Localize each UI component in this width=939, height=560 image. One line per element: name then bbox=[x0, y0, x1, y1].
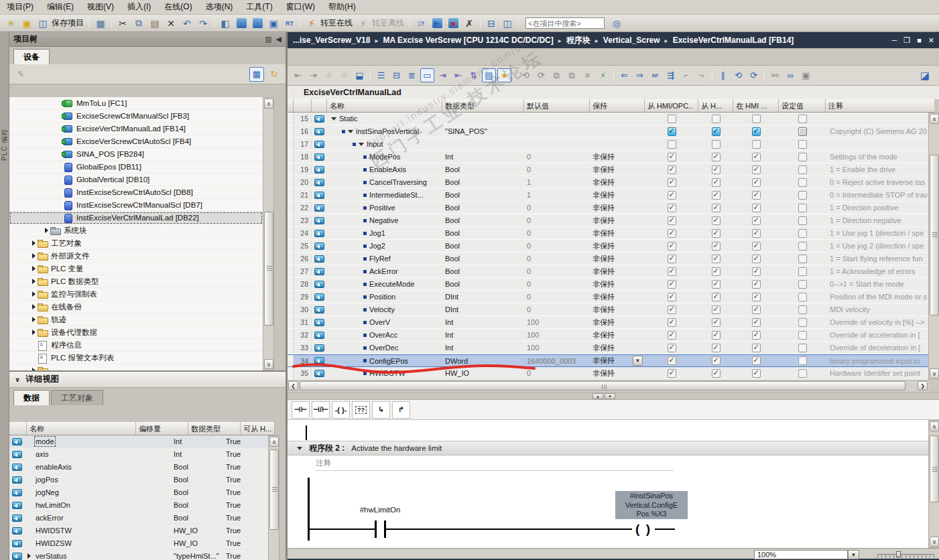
in-hmi-checkbox[interactable] bbox=[752, 331, 761, 340]
menu-item[interactable]: 视图(V) bbox=[80, 0, 121, 14]
scroll-up-icon[interactable]: ∧ bbox=[264, 98, 273, 109]
expand-triangle-icon[interactable] bbox=[348, 130, 353, 133]
table-row[interactable]: 30 Velocity DInt 0 非保持▼ MDI velocity bbox=[288, 303, 928, 316]
setpoint-checkbox[interactable] bbox=[798, 178, 807, 187]
table-row[interactable]: 35 HWIDSTW HW_IO 0 非保持▼ Hardware Identif… bbox=[288, 367, 928, 380]
start-simulation-icon[interactable]: ▶ bbox=[430, 17, 444, 30]
col-name[interactable]: 名称 bbox=[327, 99, 442, 113]
expand-triangle-icon[interactable] bbox=[331, 117, 336, 121]
detail-row[interactable]: verStatus "typeHmiSt..." True bbox=[9, 550, 268, 560]
empty-box-icon[interactable]: ?? bbox=[352, 401, 370, 419]
network-comment[interactable]: 注释 bbox=[316, 458, 674, 471]
col-hmi-opc[interactable]: 从 HMI/OPC.. bbox=[645, 99, 698, 113]
expand-arrow-icon[interactable] bbox=[25, 553, 33, 559]
go-offline-icon[interactable]: ⚡ bbox=[356, 17, 371, 30]
scroll-up-icon[interactable]: ∧ bbox=[930, 114, 939, 124]
tree-item[interactable]: ExciseVerScrewCtrlAutoScl [FB4] bbox=[9, 135, 263, 148]
expand-arrow-icon[interactable] bbox=[42, 228, 50, 233]
menu-item[interactable]: 在线(O) bbox=[158, 0, 198, 14]
in-hmi-checkbox[interactable] bbox=[752, 191, 761, 200]
hmi-opc-checkbox[interactable] bbox=[668, 267, 676, 276]
restore-icon[interactable]: ❒ bbox=[903, 36, 910, 45]
setpoint-checkbox[interactable] bbox=[798, 356, 807, 365]
copy-icon[interactable]: ⧉ bbox=[131, 17, 146, 30]
hmi-opc-checkbox[interactable] bbox=[668, 216, 676, 225]
ladder-scrollbar[interactable]: ∧ ∨ bbox=[928, 420, 939, 548]
sort-icon[interactable]: ☰ bbox=[374, 68, 388, 82]
hmi-opc-checkbox[interactable] bbox=[668, 293, 676, 301]
expand-rows-icon[interactable]: ⊟ bbox=[389, 68, 403, 82]
editor-layout-icon[interactable]: ◪ bbox=[918, 68, 932, 83]
rt-icon[interactable]: RT bbox=[282, 17, 297, 30]
detail-row[interactable]: axis Int True bbox=[9, 448, 268, 461]
print-icon[interactable]: ▦ bbox=[93, 17, 108, 30]
close-icon[interactable]: ✕ bbox=[928, 36, 934, 45]
ladder-editor[interactable]: 程序段 2 : Activate the hardware limit 注释 #… bbox=[288, 420, 928, 548]
detail-row[interactable]: HWIDZSW HW_IO True bbox=[9, 537, 268, 550]
from-hmi-checkbox[interactable] bbox=[712, 178, 721, 187]
tree-item[interactable]: ExciseVerCtrlManualLad [FB14] bbox=[9, 123, 263, 135]
tree-item[interactable]: PLC 变量 bbox=[9, 263, 263, 275]
table-row[interactable]: 22 Positive Bool 0 非保持▼ 1 = Direction po… bbox=[288, 202, 928, 214]
table-row[interactable]: 27 AckError Bool 0 非保持▼ 1 = Acknowledge … bbox=[288, 265, 928, 278]
table-row[interactable]: 24 Jog1 Bool 0 非保持▼ 1 = Use jog 1 (direc… bbox=[288, 227, 928, 240]
zoom-value[interactable]: 100% bbox=[754, 550, 848, 559]
expand-arrow-icon[interactable] bbox=[29, 279, 38, 284]
tree-item[interactable] bbox=[9, 364, 263, 370]
table-row[interactable]: 31 OverV Int 100 非保持▼ Override of veloci… bbox=[288, 316, 928, 329]
split-horizontal-icon[interactable]: ⊟ bbox=[484, 17, 499, 30]
in-hmi-checkbox[interactable] bbox=[752, 153, 761, 161]
breadcrumb-item[interactable]: Vertical_Screw bbox=[603, 36, 673, 45]
breadcrumb-item[interactable]: 程序块 bbox=[566, 35, 603, 46]
plc-programming-vertical-tab[interactable]: PLC 编程 bbox=[0, 114, 9, 161]
in-hmi-checkbox[interactable] bbox=[752, 127, 761, 136]
scroll-down-icon[interactable]: ∨ bbox=[264, 359, 273, 369]
open-branch-icon[interactable]: ↳ bbox=[372, 401, 390, 419]
copy-snapshot-icon[interactable]: ≡ bbox=[580, 68, 594, 82]
table-view-icon[interactable]: ▦ bbox=[249, 67, 264, 82]
detail-row[interactable]: enableAxis Bool True bbox=[9, 461, 268, 474]
pause-icon[interactable]: ∥ bbox=[716, 68, 730, 82]
in-hmi-checkbox[interactable] bbox=[752, 369, 761, 378]
table-row[interactable]: 32 OverAcc Int 100 非保持▼ Override of acce… bbox=[288, 329, 928, 342]
table-row[interactable]: 15 Static ▼ bbox=[288, 113, 928, 125]
add-row-icon[interactable]: ✚ bbox=[337, 68, 351, 82]
scroll-left-icon[interactable]: ❮ bbox=[288, 381, 298, 391]
table-row[interactable]: 34 ConfigEPos DWord 16#0000_0003 非保持▼ bi… bbox=[288, 354, 928, 367]
split-vertical-icon[interactable]: ◫ bbox=[500, 17, 515, 30]
insert-empty-box-icon[interactable]: ⇒ bbox=[633, 68, 647, 82]
menu-item[interactable]: 编辑(E) bbox=[40, 0, 80, 14]
detail-row[interactable]: HWIDSTW HW_IO True bbox=[9, 524, 268, 537]
hmi-opc-checkbox[interactable] bbox=[668, 280, 676, 289]
setpoint-checkbox[interactable] bbox=[798, 331, 807, 340]
monitor-toggle-icon[interactable]: ∞ bbox=[784, 68, 798, 82]
pane-splitter[interactable]: ▲ ▼ bbox=[288, 392, 939, 400]
tree-item[interactable]: 设备代理数据 bbox=[9, 326, 263, 339]
tree-item[interactable]: 系统块 bbox=[9, 224, 263, 237]
stop-simulation-icon[interactable]: ■ bbox=[446, 17, 460, 30]
from-hmi-checkbox[interactable] bbox=[712, 267, 721, 276]
goto-usage-icon[interactable]: ⇤ bbox=[451, 68, 465, 82]
in-hmi-checkbox[interactable] bbox=[752, 216, 761, 225]
tree-item[interactable]: GlobalEpos [DB11] bbox=[9, 161, 263, 173]
hmi-opc-checkbox[interactable] bbox=[668, 127, 676, 136]
collapse-rows-icon[interactable]: ≣ bbox=[405, 68, 419, 82]
in-hmi-checkbox[interactable] bbox=[752, 293, 761, 301]
from-hmi-checkbox[interactable] bbox=[712, 255, 721, 263]
hmi-opc-checkbox[interactable] bbox=[668, 369, 676, 378]
table-row[interactable]: 29 Position DInt 0 非保持▼ Position of the … bbox=[288, 291, 928, 303]
table-row[interactable]: 33 OverDec Int 100 非保持▼ Override of dece… bbox=[288, 342, 928, 354]
table-row[interactable]: 26 FlyRef Bool 0 非保持▼ 1 = Start flying r… bbox=[288, 253, 928, 265]
goto-block-icon[interactable]: ⇥ bbox=[436, 68, 450, 82]
table-row[interactable]: 25 Jog2 Bool 0 非保持▼ 1 = Use jog 2 (direc… bbox=[288, 240, 928, 253]
from-hmi-checkbox[interactable] bbox=[712, 115, 721, 123]
tree-item[interactable]: 轨迹 bbox=[9, 313, 263, 326]
collapse-networks-icon[interactable]: ¬ bbox=[694, 68, 708, 82]
table-row[interactable]: 19 EnableAxis Bool 0 非保持▼ 1 = Enable the… bbox=[288, 163, 928, 176]
retain-dropdown-icon[interactable]: ▼ bbox=[633, 356, 643, 366]
cross-reference-icon[interactable]: ✗ bbox=[462, 17, 477, 30]
zoom-slider-thumb[interactable] bbox=[896, 551, 901, 557]
table-row[interactable]: 16 instSinaPosVertical "SINA_POS" ▼ Copy… bbox=[288, 125, 928, 138]
tree-item[interactable]: 外部源文件 bbox=[9, 250, 263, 263]
in-hmi-checkbox[interactable] bbox=[752, 344, 761, 352]
